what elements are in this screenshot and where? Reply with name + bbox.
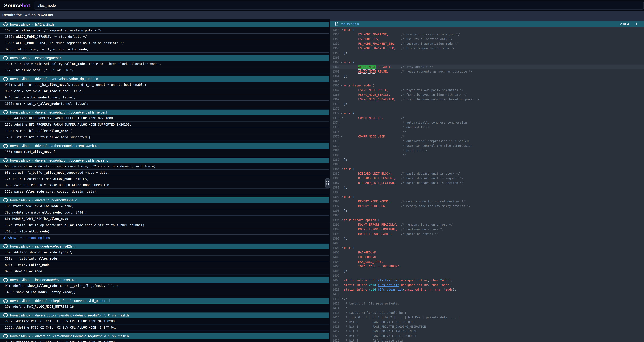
match-line-row[interactable]: 177: int alloc_mode; /* LFS or SSR */ bbox=[0, 67, 329, 74]
line-number: 1416 bbox=[330, 315, 340, 320]
file-group-header[interactable]: torvalds/linux·fs/f2fs/segment.h bbox=[0, 55, 329, 61]
match-line-row[interactable]: 80: MODULE_PARM_DESC(bw_alloc_mode, bbox=[0, 216, 329, 222]
file-group-header[interactable]: torvalds/linux·drivers/gpu/drm/amd/inclu… bbox=[0, 312, 329, 318]
fold-chevron-icon[interactable] bbox=[340, 196, 343, 198]
fold-chevron-icon[interactable] bbox=[340, 112, 343, 114]
match-line-row[interactable]: 91: #define show_falloc_mode(mode) __pri… bbox=[0, 283, 329, 289]
match-line-row[interactable]: 752: static int tb_dp_bandwidth_alloc_mo… bbox=[0, 222, 329, 228]
file-group-header[interactable]: torvalds/linux·drivers/thunderbolt/tunne… bbox=[0, 197, 329, 203]
fold-chevron-icon[interactable] bbox=[340, 61, 343, 63]
code-token: , bbox=[428, 279, 431, 282]
match-highlight: ALLOC_MODE bbox=[78, 340, 96, 342]
match-line-row[interactable]: 804: __entry->alloc_mode bbox=[0, 262, 329, 268]
match-line-row[interactable]: 3903: int gc_type, int type, char alloc_… bbox=[0, 46, 329, 53]
preview-header: fs/f2fs/f2fs.h 2 of 4 ↑ ↓ ✕ bbox=[330, 21, 644, 27]
code-text: MEMORY_MODE_LOW, /* memory mode for low … bbox=[344, 204, 470, 208]
match-line-row[interactable]: 820: show_alloc_mode bbox=[0, 268, 329, 274]
match-line-row[interactable]: 79: module_param(bw_alloc_mode, bool, 04… bbox=[0, 209, 329, 216]
file-group-header[interactable]: torvalds/linux·include/trace/events/f2fs… bbox=[0, 243, 329, 249]
match-line-row[interactable]: 19: #define MAX_ALLOC_MODE_ENTRIES 16 bbox=[0, 304, 329, 310]
file-group-header[interactable]: torvalds/linux·drivers/gpu/drm/display/d… bbox=[0, 76, 329, 82]
file-group-header[interactable]: torvalds/linux·include/trace/events/ext4… bbox=[0, 277, 329, 283]
match-line-text: , bbox=[87, 48, 88, 51]
result-file-group: torvalds/linux·drivers/gpu/drm/amd/inclu… bbox=[0, 333, 329, 342]
repo-name: torvalds/linux bbox=[10, 299, 30, 303]
match-line-row[interactable]: 72: if (num_entries > MAX_ALLOC_MODE_ENT… bbox=[0, 176, 329, 182]
match-line-row[interactable]: 1400: show_falloc_mode(__entry->mode)) bbox=[0, 289, 329, 295]
match-line-row[interactable]: 1016: err = set_bw_alloc_mode(tunnel, fa… bbox=[0, 101, 329, 107]
file-group-header[interactable]: torvalds/linux·drivers/media/platform/qc… bbox=[0, 158, 329, 163]
keyword-token: FS_MODE_LFS, bbox=[358, 37, 380, 41]
code-token bbox=[344, 204, 358, 208]
match-line-row[interactable]: 326: parse_alloc_mode(core, codecs, doma… bbox=[0, 189, 329, 195]
match-line-number: 107: bbox=[5, 250, 14, 254]
function-name-token: f2fs_clear_bit bbox=[378, 288, 403, 291]
line-number: 1399 bbox=[330, 236, 340, 241]
code-token: }; bbox=[344, 269, 348, 273]
code-line: 1359}; bbox=[330, 51, 644, 55]
match-line-number: 1264: bbox=[5, 135, 16, 139]
path-separator: · bbox=[32, 159, 33, 163]
match-line-row[interactable]: 68: struct hfi_buffer_alloc_mode_support… bbox=[0, 170, 329, 176]
match-line-row[interactable]: 1362: ALLOC_MODE_DEFAULT, /* stay defaul… bbox=[0, 34, 329, 40]
match-line-row[interactable]: 167: int alloc_mode; /* segment allocati… bbox=[0, 27, 329, 34]
file-group-header[interactable]: torvalds/linux·fs/f2fs/f2fs.h bbox=[0, 22, 329, 27]
code-line: 1375 * enabled files bbox=[330, 125, 644, 130]
previous-match-icon[interactable]: ↑ bbox=[635, 22, 638, 26]
preview-file-path-link[interactable]: fs/f2fs/f2fs.h bbox=[341, 22, 359, 26]
sourcebot-logo[interactable]: Sourcebot. bbox=[4, 3, 32, 9]
match-line-text: int gc_type, int type, char bbox=[16, 48, 68, 51]
file-group-header[interactable]: torvalds/linux·drivers/media/platform/qc… bbox=[0, 110, 329, 115]
line-number: 1397 bbox=[330, 227, 340, 232]
line-number: 1368 bbox=[330, 92, 340, 97]
match-line-row[interactable]: 2738: #define PCIE_CI_CNTL__CI_SLV_CPL_A… bbox=[0, 324, 329, 331]
code-text: * user can control the file compression bbox=[344, 143, 472, 148]
match-line-row[interactable]: 136: #define HFI_PROPERTY_PARAM_BUFFER_A… bbox=[0, 115, 329, 122]
fold-chevron-icon[interactable] bbox=[340, 298, 343, 300]
match-line-row[interactable]: 790: __field(int, alloc_mode) bbox=[0, 255, 329, 262]
match-line-text: static int set_bw_ bbox=[14, 83, 48, 87]
file-path: include/trace/events/ext4.h bbox=[35, 278, 76, 282]
fold-chevron-icon[interactable] bbox=[340, 247, 343, 249]
match-line-row[interactable]: 960: err = set_bw_alloc_mode(tunnel, tru… bbox=[0, 88, 329, 94]
code-text: TOTAL_CALL = FOREGROUND, bbox=[344, 264, 401, 269]
file-group-header[interactable]: torvalds/linux·drivers/media/platform/qc… bbox=[0, 298, 329, 304]
match-line-row[interactable]: 325: case HFI_PROPERTY_PARAM_BUFFER_ALLO… bbox=[0, 182, 329, 189]
match-line-row[interactable]: 1264: struct hfi_buffer_alloc_mode_suppo… bbox=[0, 134, 329, 140]
comment-token: /* use lfs allocation only */ bbox=[401, 37, 453, 41]
line-number: 1391 bbox=[330, 199, 340, 204]
match-line-row[interactable]: 139: #define HFI_PROPERTY_PARAM_BUFFER_A… bbox=[0, 122, 329, 128]
code-line: 1419 * bit 2 PAGE_PRIVATE_INLINE_INODE bbox=[330, 329, 644, 334]
match-line-text: struct hfi_buffer_ bbox=[16, 135, 50, 139]
match-line-row[interactable]: 2737: #define PCIE_CI_CNTL__CI_SLV_CPL_A… bbox=[0, 318, 329, 324]
match-line-row[interactable]: 974: set_bw_alloc_mode(tunnel, false); bbox=[0, 94, 329, 101]
match-line-row[interactable]: 2151: #define PCIE_CI_CNTL__CI_SLV_CPL_A… bbox=[0, 339, 329, 342]
line-number: 1356 bbox=[330, 37, 340, 41]
fold-chevron-icon[interactable] bbox=[340, 135, 343, 138]
fold-chevron-icon[interactable] bbox=[340, 84, 343, 87]
match-line-row[interactable]: 911: static int set_bw_alloc_mode(struct… bbox=[0, 82, 329, 88]
match-line-row[interactable]: 155: enum mlx4_alloc_mode { bbox=[0, 149, 329, 155]
search-input[interactable] bbox=[34, 2, 644, 10]
match-line-row[interactable]: 139: * In the victim_sel_policy->alloc_m… bbox=[0, 61, 329, 67]
match-line-row[interactable]: 107: #define show_alloc_mode(type) \ bbox=[0, 249, 329, 255]
fold-gutter bbox=[340, 29, 344, 31]
match-line-text: static bool bw_ bbox=[12, 204, 40, 208]
panel-resize-handle[interactable] bbox=[325, 178, 330, 188]
file-group-header[interactable]: torvalds/linux·drivers/net/ethernet/mell… bbox=[0, 143, 329, 149]
match-line-row[interactable]: 1363: ALLOC_MODE_REUSE, /* reuse segment… bbox=[0, 40, 329, 46]
match-line-row[interactable]: 78: static bool bw_alloc_mode = true; bbox=[0, 203, 329, 209]
path-separator: · bbox=[32, 313, 33, 317]
code-line: 1376 */ bbox=[330, 130, 644, 134]
match-line-row[interactable]: 761: if (!bw_alloc_mode) bbox=[0, 228, 329, 235]
file-group-header[interactable]: torvalds/linux·drivers/gpu/drm/amd/inclu… bbox=[0, 333, 329, 339]
show-more-matches-link[interactable]: Show 1 more matching lines bbox=[0, 235, 329, 241]
fold-chevron-icon[interactable] bbox=[340, 117, 343, 119]
match-line-row[interactable]: 1128: struct hfi_buffer_alloc_mode { bbox=[0, 128, 329, 134]
fold-chevron-icon[interactable] bbox=[340, 29, 343, 31]
fold-chevron-icon[interactable] bbox=[340, 168, 343, 170]
fold-chevron-icon[interactable] bbox=[340, 219, 343, 221]
code-line: 1388}; bbox=[330, 185, 644, 190]
code-token bbox=[344, 255, 358, 259]
match-line-row[interactable]: 66: parse_alloc_mode(struct venus_core *… bbox=[0, 163, 329, 170]
